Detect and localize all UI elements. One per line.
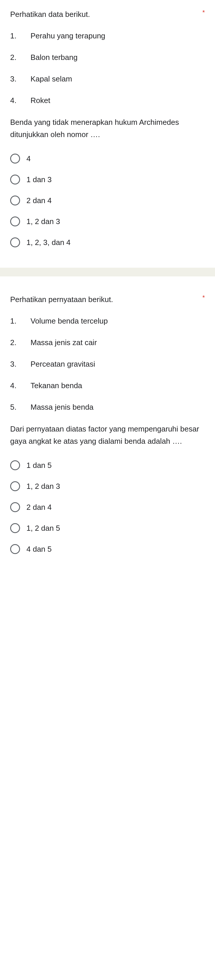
radio-icon[interactable] bbox=[10, 196, 20, 205]
item-text: Balon terbang bbox=[30, 52, 205, 63]
option-label: 1, 2 dan 3 bbox=[27, 217, 60, 226]
option-label: 2 dan 4 bbox=[27, 196, 52, 205]
list-item: 3. Kapal selam bbox=[10, 73, 205, 85]
question-header: Perhatikan data berikut. * bbox=[10, 9, 205, 20]
option-label: 2 dan 4 bbox=[27, 503, 52, 512]
radio-icon[interactable] bbox=[10, 460, 20, 470]
option-row[interactable]: 4 bbox=[10, 154, 205, 164]
numbered-list: 1. Perahu yang terapung 2. Balon terbang… bbox=[10, 30, 205, 106]
question-prompt: Dari pernyataan diatas factor yang mempe… bbox=[10, 423, 205, 447]
option-label: 4 bbox=[27, 154, 30, 163]
list-item: 3. Perceatan gravitasi bbox=[10, 358, 205, 370]
question-block-1: Perhatikan data berikut. * 1. Perahu yan… bbox=[0, 0, 215, 259]
radio-icon[interactable] bbox=[10, 544, 20, 554]
radio-icon[interactable] bbox=[10, 502, 20, 512]
list-item: 2. Balon terbang bbox=[10, 52, 205, 63]
option-label: 4 dan 5 bbox=[27, 545, 52, 554]
options-list: 1 dan 5 1, 2 dan 3 2 dan 4 1, 2 dan 5 4 … bbox=[10, 460, 205, 554]
item-text: Perceatan gravitasi bbox=[30, 358, 205, 370]
list-item: 4. Roket bbox=[10, 95, 205, 106]
question-block-2: Perhatikan pernyataan berikut. * 1. Volu… bbox=[0, 285, 215, 566]
option-row[interactable]: 1, 2 dan 3 bbox=[10, 481, 205, 491]
option-row[interactable]: 2 dan 4 bbox=[10, 196, 205, 205]
item-text: Volume benda tercelup bbox=[30, 315, 205, 327]
options-list: 4 1 dan 3 2 dan 4 1, 2 dan 3 1, 2, 3, da… bbox=[10, 154, 205, 247]
item-text: Massa jenis zat cair bbox=[30, 337, 205, 348]
option-label: 1, 2, 3, dan 4 bbox=[27, 238, 71, 247]
option-label: 1, 2 dan 3 bbox=[27, 482, 60, 491]
list-item: 2. Massa jenis zat cair bbox=[10, 337, 205, 348]
item-text: Perahu yang terapung bbox=[30, 30, 205, 41]
item-number: 3. bbox=[10, 73, 30, 85]
question-header: Perhatikan pernyataan berikut. * bbox=[10, 294, 205, 305]
required-mark: * bbox=[202, 9, 205, 16]
list-item: 1. Volume benda tercelup bbox=[10, 315, 205, 327]
item-text: Massa jenis benda bbox=[30, 401, 205, 413]
item-text: Tekanan benda bbox=[30, 380, 205, 391]
option-row[interactable]: 1 dan 3 bbox=[10, 175, 205, 185]
item-number: 5. bbox=[10, 401, 30, 413]
option-row[interactable]: 1, 2 dan 5 bbox=[10, 523, 205, 533]
radio-icon[interactable] bbox=[10, 154, 20, 164]
section-divider bbox=[0, 268, 215, 277]
item-number: 4. bbox=[10, 380, 30, 391]
item-number: 2. bbox=[10, 52, 30, 63]
item-number: 3. bbox=[10, 358, 30, 370]
radio-icon[interactable] bbox=[10, 237, 20, 247]
item-text: Roket bbox=[30, 95, 205, 106]
option-row[interactable]: 2 dan 4 bbox=[10, 502, 205, 512]
item-number: 4. bbox=[10, 95, 30, 106]
list-item: 5. Massa jenis benda bbox=[10, 401, 205, 413]
numbered-list: 1. Volume benda tercelup 2. Massa jenis … bbox=[10, 315, 205, 413]
item-number: 1. bbox=[10, 315, 30, 327]
option-label: 1, 2 dan 5 bbox=[27, 524, 60, 533]
option-row[interactable]: 1, 2, 3, dan 4 bbox=[10, 237, 205, 247]
item-number: 2. bbox=[10, 337, 30, 348]
radio-icon[interactable] bbox=[10, 175, 20, 185]
radio-icon[interactable] bbox=[10, 216, 20, 226]
question-intro: Perhatikan pernyataan berikut. bbox=[10, 294, 113, 305]
item-text: Kapal selam bbox=[30, 73, 205, 85]
radio-icon[interactable] bbox=[10, 481, 20, 491]
option-row[interactable]: 1 dan 5 bbox=[10, 460, 205, 470]
question-prompt: Benda yang tidak menerapkan hukum Archim… bbox=[10, 116, 205, 140]
item-number: 1. bbox=[10, 30, 30, 41]
option-label: 1 dan 5 bbox=[27, 461, 52, 470]
required-mark: * bbox=[202, 294, 205, 301]
list-item: 1. Perahu yang terapung bbox=[10, 30, 205, 41]
option-row[interactable]: 4 dan 5 bbox=[10, 544, 205, 554]
question-intro: Perhatikan data berikut. bbox=[10, 9, 90, 20]
list-item: 4. Tekanan benda bbox=[10, 380, 205, 391]
radio-icon[interactable] bbox=[10, 523, 20, 533]
option-label: 1 dan 3 bbox=[27, 175, 52, 184]
option-row[interactable]: 1, 2 dan 3 bbox=[10, 216, 205, 226]
